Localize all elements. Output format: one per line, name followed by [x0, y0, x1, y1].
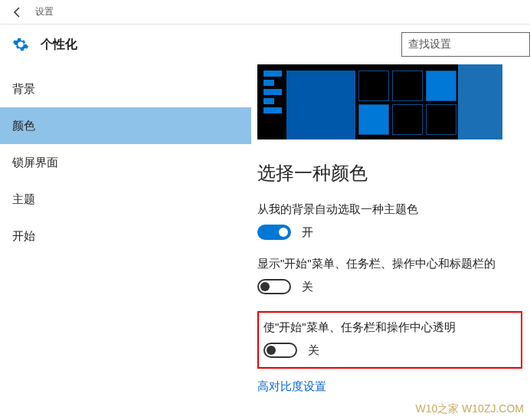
setting-show-accent-surfaces: 显示"开始"菜单、任务栏、操作中心和标题栏的 关 — [257, 257, 530, 294]
search-input[interactable]: 查找设置 — [401, 32, 530, 57]
gear-icon — [11, 35, 30, 54]
sidebar-item-label: 颜色 — [12, 119, 35, 133]
toggle-show-accent-surfaces[interactable] — [257, 279, 291, 294]
content-pane: 选择一种颜色 从我的背景自动选取一种主题色 开 显示"开始"菜单、任务栏、操作中… — [251, 64, 530, 420]
sidebar-item-label: 背景 — [12, 82, 35, 97]
section-heading: 选择一种颜色 — [257, 161, 530, 185]
toggle-state: 关 — [302, 280, 313, 294]
preview-sidebar-icon — [263, 71, 282, 135]
color-preview — [257, 64, 502, 139]
search-placeholder: 查找设置 — [408, 38, 451, 51]
toggle-auto-accent[interactable] — [257, 225, 291, 240]
titlebar: 设置 — [0, 0, 530, 25]
setting-auto-accent: 从我的背景自动选取一种主题色 开 — [257, 202, 530, 240]
setting-label: 显示"开始"菜单、任务栏、操作中心和标题栏的 — [257, 257, 530, 271]
back-button[interactable] — [0, 0, 35, 25]
sidebar-item-lockscreen[interactable]: 锁屏界面 — [0, 144, 251, 181]
sidebar-item-label: 开始 — [12, 229, 35, 244]
toggle-state: 关 — [308, 343, 319, 358]
sidebar-item-themes[interactable]: 主题 — [0, 181, 251, 218]
window-title: 设置 — [35, 5, 54, 18]
toggle-state: 开 — [302, 225, 313, 240]
sidebar: 背景 颜色 锁屏界面 主题 开始 — [0, 64, 251, 420]
sidebar-item-label: 锁屏界面 — [12, 156, 58, 170]
setting-label: 从我的背景自动选取一种主题色 — [257, 202, 530, 217]
toggle-knob-icon — [260, 282, 270, 291]
setting-transparency: 使"开始"菜单、任务栏和操作中心透明 关 — [263, 320, 516, 358]
back-arrow-icon — [11, 6, 24, 18]
sidebar-item-background[interactable]: 背景 — [0, 71, 251, 107]
preview-tile-icon — [286, 71, 355, 139]
toggle-transparency[interactable] — [263, 343, 297, 358]
page-caption: 个性化 — [41, 37, 77, 53]
preview-desktop-icon — [458, 64, 502, 139]
setting-label: 使"开始"菜单、任务栏和操作中心透明 — [263, 320, 516, 335]
highlight-annotation: 使"开始"菜单、任务栏和操作中心透明 关 — [257, 311, 522, 369]
toggle-knob-icon — [267, 346, 276, 355]
sidebar-item-start[interactable]: 开始 — [0, 218, 251, 254]
sidebar-item-colors[interactable]: 颜色 — [0, 107, 251, 144]
sidebar-item-label: 主题 — [12, 192, 35, 207]
high-contrast-link[interactable]: 高对比度设置 — [257, 379, 530, 394]
watermark: W10之家 W10ZJ.COM — [412, 402, 527, 417]
toggle-knob-icon — [279, 228, 288, 237]
